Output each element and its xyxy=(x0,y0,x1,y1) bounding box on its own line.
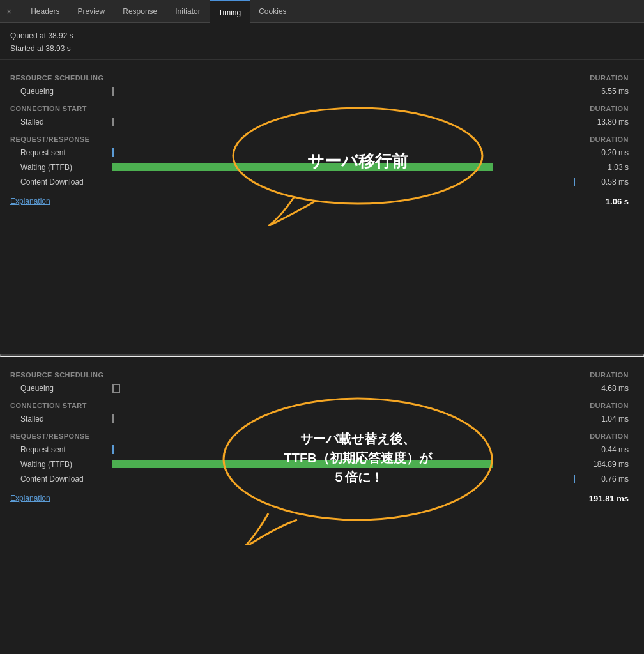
section-request-response-1: Request/Response DURATION xyxy=(10,135,634,143)
tab-headers[interactable]: Headers xyxy=(22,0,68,23)
section-connection-start-2: Connection Start DURATION xyxy=(10,402,634,409)
tab-response[interactable]: Response xyxy=(114,0,166,23)
panel2: Resource Scheduling DURATION Queueing 4.… xyxy=(0,357,644,625)
row-queueing-2: Queueing 4.68 ms xyxy=(10,381,634,395)
explanation-row-2: Explanation 191.81 ms xyxy=(10,494,634,503)
panel1: Resource Scheduling DURATION Queueing 6.… xyxy=(0,60,644,354)
section-request-response-2: Request/Response DURATION xyxy=(10,432,634,440)
bar-queueing-2 xyxy=(112,384,120,393)
tab-preview[interactable]: Preview xyxy=(69,0,114,23)
row-request-sent-1: Request sent 0.20 ms xyxy=(10,146,634,160)
bar-content-download-1 xyxy=(574,178,575,186)
section-connection-start-1: Connection Start DURATION xyxy=(10,105,634,112)
section-resource-scheduling-1: Resource Scheduling DURATION xyxy=(10,74,634,82)
explanation-link-1[interactable]: Explanation xyxy=(10,197,50,206)
bar-ttfb-1 xyxy=(112,164,493,171)
close-button[interactable]: × xyxy=(3,4,15,19)
bar-request-sent-1 xyxy=(112,148,114,157)
tab-initiator[interactable]: Initiator xyxy=(166,0,209,23)
row-ttfb-1: Waiting (TTFB) 1.03 s xyxy=(10,160,634,174)
bar-stalled-1 xyxy=(112,118,114,126)
row-content-download-1: Content Download 0.58 ms xyxy=(10,175,634,189)
explanation-link-2[interactable]: Explanation xyxy=(10,494,50,503)
bar-stalled-2 xyxy=(112,414,114,423)
row-stalled-1: Stalled 13.80 ms xyxy=(10,115,634,129)
row-content-download-2: Content Download 0.76 ms xyxy=(10,472,634,486)
tab-bar: × Headers Preview Response Initiator Tim… xyxy=(0,0,644,23)
started-time: Started at 38.93 s xyxy=(10,42,634,55)
bar-ttfb-2 xyxy=(112,460,493,468)
row-queueing-1: Queueing 6.55 ms xyxy=(10,84,634,98)
queued-time: Queued at 38.92 s xyxy=(10,29,634,42)
section-resource-scheduling-2: Resource Scheduling DURATION xyxy=(10,371,634,379)
total-duration-2: 191.81 ms xyxy=(589,494,634,503)
row-stalled-2: Stalled 1.04 ms xyxy=(10,412,634,426)
tab-cookies[interactable]: Cookies xyxy=(250,0,295,23)
explanation-row-1: Explanation 1.06 s xyxy=(10,197,634,206)
total-duration-1: 1.06 s xyxy=(606,197,634,206)
bar-queueing-1 xyxy=(112,87,114,96)
tab-timing[interactable]: Timing xyxy=(210,0,250,23)
bar-content-download-2 xyxy=(574,475,575,483)
bar-request-sent-2 xyxy=(112,445,114,454)
request-info: Queued at 38.92 s Started at 38.93 s xyxy=(0,23,644,60)
row-ttfb-2: Waiting (TTFB) 184.89 ms xyxy=(10,457,634,471)
row-request-sent-2: Request sent 0.44 ms xyxy=(10,443,634,457)
